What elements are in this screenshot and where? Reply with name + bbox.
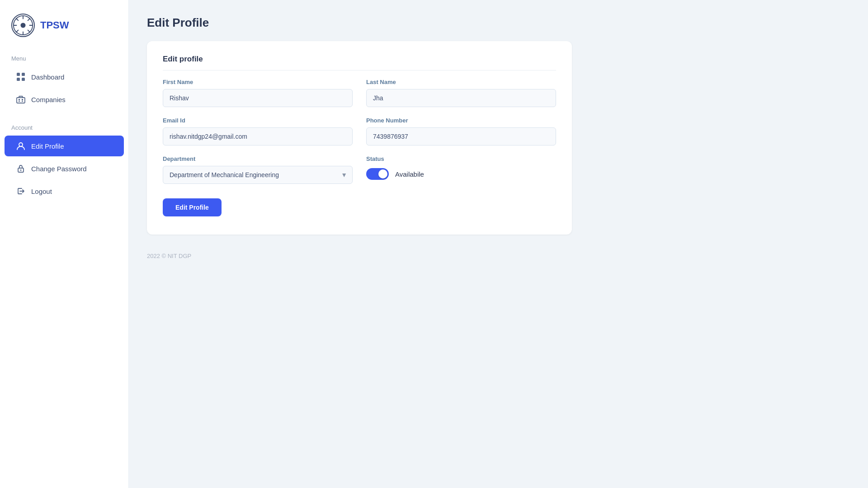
svg-point-19 (19, 143, 23, 146)
svg-line-7 (28, 30, 30, 33)
logo-image (11, 14, 35, 37)
email-label: Email Id (163, 117, 353, 124)
status-content: Availabile (366, 168, 556, 180)
svg-line-6 (16, 18, 19, 21)
sidebar-item-companies[interactable]: Companies (5, 89, 124, 110)
sidebar-item-edit-profile[interactable]: Edit Profile (5, 136, 124, 156)
user-icon (16, 141, 26, 151)
edit-profile-button[interactable]: Edit Profile (163, 198, 222, 216)
svg-rect-13 (22, 78, 25, 81)
first-name-group: First Name (163, 79, 353, 107)
contact-row: Email Id Phone Number (163, 117, 556, 145)
svg-rect-11 (22, 73, 25, 76)
email-group: Email Id (163, 117, 353, 145)
sidebar-item-change-password[interactable]: Change Password (5, 158, 124, 179)
sidebar-item-dashboard[interactable]: Dashboard (5, 66, 124, 87)
svg-rect-12 (17, 78, 20, 81)
department-group: Department Department of Mechanical Engi… (163, 155, 353, 184)
phone-input[interactable] (366, 127, 556, 145)
sidebar-item-label-change-password: Change Password (31, 165, 87, 173)
edit-profile-form: First Name Last Name Email Id Phone Numb… (163, 79, 556, 216)
first-name-input[interactable] (163, 89, 353, 107)
main-content: Edit Profile Edit profile First Name Las… (129, 0, 868, 488)
phone-label: Phone Number (366, 117, 556, 124)
sidebar-item-label-logout: Logout (31, 188, 52, 195)
svg-rect-16 (22, 99, 23, 100)
edit-profile-card: Edit profile First Name Last Name Email … (147, 41, 572, 235)
lock-icon (16, 164, 26, 174)
dashboard-icon (16, 72, 26, 82)
toggle-slider (366, 168, 389, 180)
last-name-group: Last Name (366, 79, 556, 107)
dept-status-row: Department Department of Mechanical Engi… (163, 155, 556, 184)
status-label: Status (366, 155, 556, 162)
last-name-input[interactable] (366, 89, 556, 107)
svg-line-9 (16, 30, 19, 33)
department-select[interactable]: Department of Mechanical Engineering Dep… (163, 166, 353, 184)
name-row: First Name Last Name (163, 79, 556, 107)
companies-icon (16, 94, 26, 104)
logout-icon (16, 186, 26, 196)
card-title: Edit profile (163, 55, 556, 70)
menu-section-label: Menu (0, 51, 128, 66)
footer-text: 2022 © NIT DGP (147, 253, 850, 259)
logo-area: TPSW (0, 9, 128, 51)
status-group: Status Availabile (366, 155, 556, 184)
department-label: Department (163, 155, 353, 162)
sidebar-item-logout[interactable]: Logout (5, 181, 124, 202)
page-title: Edit Profile (147, 16, 850, 30)
sidebar: TPSW Menu Dashboard Companies (0, 0, 129, 488)
sidebar-item-label-edit-profile: Edit Profile (31, 142, 64, 150)
svg-point-21 (20, 169, 22, 171)
svg-point-1 (20, 23, 25, 28)
svg-rect-15 (19, 99, 20, 100)
app-title: TPSW (40, 19, 69, 31)
last-name-label: Last Name (366, 79, 556, 85)
svg-rect-17 (19, 101, 20, 102)
first-name-label: First Name (163, 79, 353, 85)
email-input[interactable] (163, 127, 353, 145)
svg-rect-14 (17, 98, 25, 103)
sidebar-item-label-companies: Companies (31, 96, 66, 103)
sidebar-item-label-dashboard: Dashboard (31, 73, 64, 81)
account-section-label: Account (0, 120, 128, 135)
status-value-label: Availabile (395, 170, 424, 178)
status-toggle[interactable] (366, 168, 389, 180)
svg-rect-18 (22, 101, 23, 102)
svg-rect-10 (17, 73, 20, 76)
svg-line-8 (28, 18, 30, 21)
phone-group: Phone Number (366, 117, 556, 145)
department-select-wrapper: Department of Mechanical Engineering Dep… (163, 166, 353, 184)
